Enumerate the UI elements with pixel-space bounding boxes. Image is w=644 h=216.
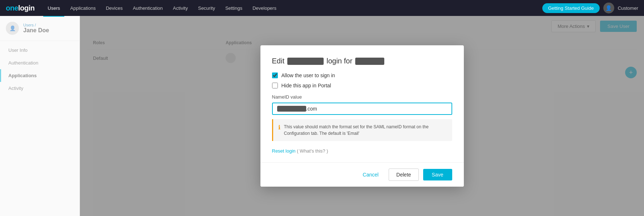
sidebar-nav: User Info Authentication Applications Ac… <box>0 41 80 97</box>
user-header: 👤 Users / Jane Doe <box>0 16 80 41</box>
main-content: More Actions ▾ Save User Roles Applicati… <box>80 16 644 216</box>
user-breadcrumb: Users / <box>23 23 49 27</box>
modal-title-redacted-2 <box>355 58 384 65</box>
edit-login-modal: Edit login for Allow the user to sign in… <box>260 45 464 187</box>
allow-sign-in-row: Allow the user to sign in <box>272 72 452 78</box>
sidebar-item-authentication[interactable]: Authentication <box>0 57 80 69</box>
allow-sign-in-label[interactable]: Allow the user to sign in <box>282 72 335 78</box>
navbar-right: Getting Started Guide 👤 Customer <box>542 3 638 13</box>
delete-button[interactable]: Delete <box>389 169 418 181</box>
nameid-input-container[interactable]: .com <box>272 103 452 115</box>
nav-item-users[interactable]: Users <box>43 3 64 13</box>
save-button[interactable]: Save <box>423 169 452 180</box>
nameid-value-suffix: .com <box>306 106 317 112</box>
sidebar-item-applications[interactable]: Applications <box>0 69 80 82</box>
whats-this-label: ( What's this? ) <box>297 148 328 154</box>
info-icon: ℹ <box>278 124 280 131</box>
sidebar-item-activity[interactable]: Activity <box>0 82 80 95</box>
logo: onelogin <box>6 4 35 12</box>
navbar: onelogin Users Applications Devices Auth… <box>0 0 644 16</box>
nameid-value-redacted <box>277 106 306 112</box>
modal-overlay: Edit login for Allow the user to sign in… <box>80 16 644 216</box>
hide-app-row: Hide this app in Portal <box>272 83 452 88</box>
nav-items: Users Applications Devices Authenticatio… <box>43 3 542 13</box>
nameid-field-label: NameID value <box>272 94 452 100</box>
nav-item-security[interactable]: Security <box>194 3 219 13</box>
sidebar-item-user-info[interactable]: User Info <box>0 44 80 57</box>
customer-name: Customer <box>618 5 638 11</box>
nav-item-developers[interactable]: Developers <box>248 3 281 13</box>
user-name: Jane Doe <box>23 27 49 34</box>
modal-footer: Cancel Delete Save <box>260 162 464 187</box>
modal-title-middle: login for <box>327 57 352 65</box>
reset-login-link[interactable]: Reset login <box>272 148 296 154</box>
reset-login-row: Reset login ( What's this? ) <box>272 148 452 154</box>
nav-item-devices[interactable]: Devices <box>101 3 127 13</box>
cancel-button[interactable]: Cancel <box>357 169 385 180</box>
info-box: ℹ This value should match the format set… <box>272 119 452 141</box>
hide-app-checkbox[interactable] <box>272 83 278 88</box>
nav-item-authentication[interactable]: Authentication <box>129 3 167 13</box>
sidebar: 👤 Users / Jane Doe User Info Authenticat… <box>0 16 80 216</box>
page-layout: 👤 Users / Jane Doe User Info Authenticat… <box>0 16 644 216</box>
nav-item-settings[interactable]: Settings <box>221 3 247 13</box>
avatar: 👤 <box>603 3 614 13</box>
nav-item-activity[interactable]: Activity <box>169 3 192 13</box>
nav-item-applications[interactable]: Applications <box>66 3 100 13</box>
info-text: This value should match the format set f… <box>284 124 447 137</box>
modal-title: Edit login for <box>272 57 452 65</box>
modal-title-prefix: Edit <box>272 57 284 65</box>
getting-started-button[interactable]: Getting Started Guide <box>542 3 600 13</box>
user-avatar: 👤 <box>6 22 19 35</box>
allow-sign-in-checkbox[interactable] <box>272 72 278 78</box>
hide-app-label[interactable]: Hide this app in Portal <box>282 83 331 88</box>
modal-title-redacted-1 <box>287 58 324 65</box>
user-info: Users / Jane Doe <box>23 23 49 34</box>
modal-body: Edit login for Allow the user to sign in… <box>260 45 464 162</box>
